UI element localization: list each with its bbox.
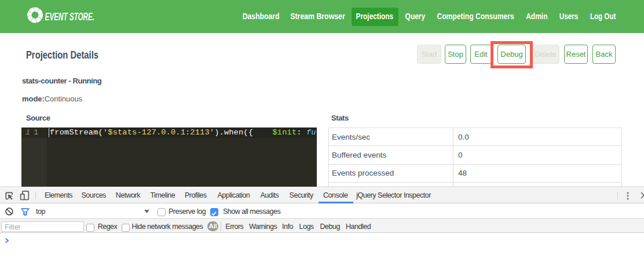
svg-text:Dashboard: Dashboard [243, 11, 280, 21]
svg-text:Log Out: Log Out [590, 11, 616, 21]
svg-text:Users: Users [559, 11, 579, 21]
svg-text:Projections: Projections [356, 11, 394, 21]
svg-text:Stream Browser: Stream Browser [290, 11, 345, 21]
svg-text:Competing Consumers: Competing Consumers [437, 11, 514, 21]
svg-text:Projection Details: Projection Details [26, 49, 98, 61]
svg-text:Admin: Admin [526, 11, 547, 21]
svg-text:Query: Query [405, 11, 426, 21]
